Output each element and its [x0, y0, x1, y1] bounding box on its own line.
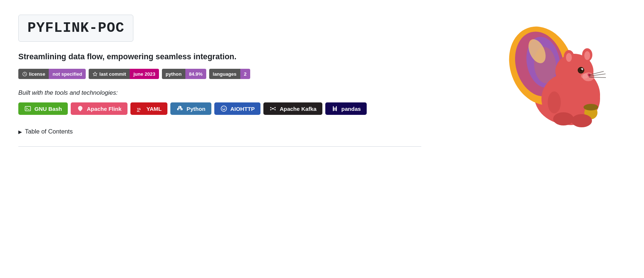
license-badge-right-label: not specified	[52, 71, 82, 77]
svg-point-24	[548, 91, 561, 113]
commit-icon	[92, 71, 97, 76]
svg-point-21	[584, 104, 598, 110]
apache-flink-icon	[77, 105, 84, 112]
tech-badge-python[interactable]: Python	[170, 102, 211, 115]
svg-line-26	[589, 77, 606, 78]
python-badge-left-label: python	[166, 71, 182, 77]
python-tech-icon	[176, 105, 184, 112]
tech-badge-apache-flink-label: Apache Flink	[87, 106, 122, 112]
main-content: PYFLINK-POC Streamlining data flow, empo…	[18, 15, 421, 147]
tech-badge-yaml[interactable]: YA ML YAML	[130, 102, 168, 115]
svg-rect-49	[333, 109, 337, 110]
toc-toggle[interactable]: ▶ Table of Contents	[18, 128, 421, 135]
svg-point-35	[223, 108, 223, 108]
tech-badge-apache-kafka[interactable]: Apache Kafka	[263, 102, 322, 115]
svg-text:ML: ML	[137, 110, 140, 112]
tech-badge-gnu-bash-label: GNU Bash	[34, 106, 62, 112]
page-divider	[18, 146, 421, 147]
built-with-label: Built with the tools and technologies:	[18, 89, 421, 97]
svg-point-36	[224, 108, 225, 108]
tech-badge-python-label: Python	[186, 106, 205, 112]
svg-point-18	[581, 74, 588, 79]
svg-point-9	[566, 53, 572, 62]
languages-badge-left-label: languages	[213, 71, 237, 77]
tech-badge-aiohttp[interactable]: AIOHTTP	[214, 102, 261, 115]
pandas-icon	[331, 105, 338, 112]
tech-badge-apache-kafka-label: Apache Kafka	[280, 106, 316, 112]
license-badge-left-label: license	[29, 71, 45, 77]
tech-badges-row: GNU Bash Apache Flink YA ML	[18, 102, 421, 115]
svg-rect-48	[333, 108, 337, 109]
svg-point-11	[584, 51, 590, 60]
svg-point-34	[221, 106, 226, 112]
toc-arrow-icon: ▶	[18, 129, 22, 135]
tech-badge-aiohttp-label: AIOHTTP	[230, 106, 255, 112]
subtitle: Streamlining data flow, empowering seaml…	[18, 52, 421, 61]
title-box: PYFLINK-POC	[18, 15, 133, 42]
svg-rect-30	[25, 106, 31, 111]
last-commit-right-label: june 2023	[133, 71, 155, 77]
squirrel-illustration	[497, 11, 622, 135]
tech-badge-apache-flink[interactable]: Apache Flink	[71, 102, 127, 115]
svg-point-15	[580, 70, 582, 71]
gnu-bash-icon	[24, 105, 32, 112]
aiohttp-icon	[220, 105, 227, 112]
toc-section: ▶ Table of Contents	[18, 128, 421, 135]
license-icon	[22, 71, 27, 76]
apache-kafka-icon	[269, 105, 277, 112]
badges-row: license not specified last commit	[18, 69, 421, 79]
python-badge-right-label: 84.9%	[189, 71, 203, 77]
license-badge[interactable]: license not specified	[18, 69, 86, 79]
tech-badge-gnu-bash[interactable]: GNU Bash	[18, 102, 68, 115]
tech-badge-yaml-label: YAML	[147, 106, 162, 112]
svg-point-23	[571, 114, 592, 127]
page-container: PYFLINK-POC Streamlining data flow, empo…	[0, 0, 644, 278]
page-title: PYFLINK-POC	[27, 20, 124, 36]
tech-badge-pandas[interactable]: pandas	[325, 102, 367, 115]
python-badge[interactable]: python 84.9%	[162, 69, 206, 79]
toc-label: Table of Contents	[25, 128, 73, 135]
languages-badge[interactable]: languages 2	[209, 69, 250, 79]
languages-badge-right-label: 2	[244, 71, 247, 77]
last-commit-badge[interactable]: last commit june 2023	[89, 69, 159, 79]
yaml-icon: YA ML	[136, 105, 144, 112]
tech-badge-pandas-label: pandas	[341, 106, 361, 112]
svg-point-22	[553, 112, 574, 125]
svg-marker-29	[93, 72, 97, 76]
last-commit-left-label: last commit	[99, 71, 126, 77]
